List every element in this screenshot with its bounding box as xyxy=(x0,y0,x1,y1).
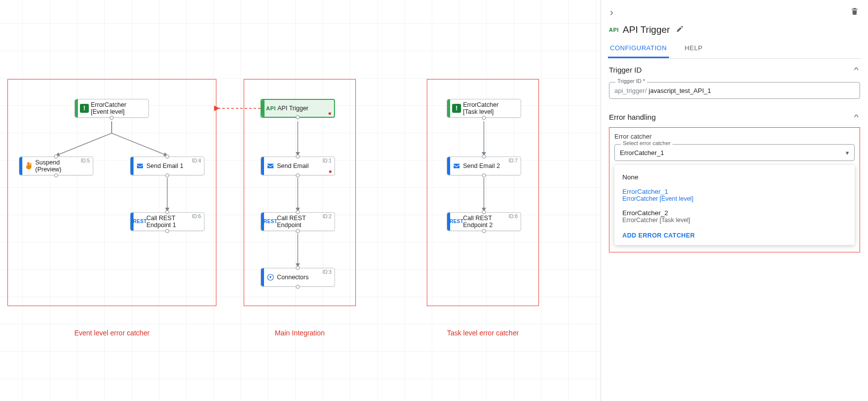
trash-icon xyxy=(850,8,859,18)
node-id: ID:7 xyxy=(509,158,518,164)
node-id: ID:6 xyxy=(192,214,201,220)
node-connectors[interactable]: Connectors ID:3 xyxy=(261,268,335,287)
properties-panel: › API API Trigger CONFIGURATION HELP Tri… xyxy=(601,0,868,401)
caption-task-level: Task level error catcher xyxy=(427,329,539,337)
error-catcher-dropdown: None ErrorCatcher_1 ErrorCatcher [Event … xyxy=(614,165,855,245)
node-call-rest-2[interactable]: REST Call RESTEndpoint 2 ID:8 xyxy=(447,212,521,231)
option-subtitle: ErrorCatcher [Task level] xyxy=(622,217,847,224)
rest-icon: REST xyxy=(133,219,147,225)
api-icon: API xyxy=(266,105,276,112)
select-value: ErrorCatcher_1 xyxy=(620,149,664,157)
node-send-email-1[interactable]: Send Email 1 ID:4 xyxy=(130,157,204,175)
node-call-rest-1[interactable]: REST Call RESTEndpoint 1 ID:6 xyxy=(130,212,204,231)
dropdown-option-none[interactable]: None xyxy=(614,170,855,184)
node-label: API Trigger xyxy=(277,105,330,112)
option-subtitle: ErrorCatcher [Event level] xyxy=(622,195,847,202)
error-catcher-select[interactable]: Select error catcher ErrorCatcher_1 ▾ xyxy=(614,144,855,161)
rest-icon: REST xyxy=(264,219,277,225)
error-catcher-box: Error catcher Select error catcher Error… xyxy=(609,127,860,252)
node-send-email-2[interactable]: Send Email 2 ID:7 xyxy=(447,157,521,175)
dropdown-option-2[interactable]: ErrorCatcher_2 ErrorCatcher [Task level] xyxy=(614,206,855,227)
accordion-heading: Error handling xyxy=(609,113,656,121)
caption-event-level: Event level error catcher xyxy=(7,329,216,337)
field-legend: Trigger ID * xyxy=(615,78,647,84)
chevron-up-icon: ^ xyxy=(854,113,859,121)
accordion-heading: Trigger ID xyxy=(609,66,642,74)
chevron-right-icon: › xyxy=(610,6,613,17)
dropdown-option-1[interactable]: ErrorCatcher_1 ErrorCatcher [Event level… xyxy=(614,184,855,206)
trigger-id-input[interactable] xyxy=(648,86,855,95)
rest-icon: REST xyxy=(450,219,464,225)
warning-dot-icon xyxy=(329,170,332,173)
warning-dot-icon xyxy=(329,112,331,115)
panel-tabs: CONFIGURATION HELP xyxy=(608,39,861,59)
node-send-email[interactable]: Send Email ID:1 xyxy=(261,157,335,175)
node-id: ID:1 xyxy=(323,158,332,164)
error-icon: ! xyxy=(80,104,89,113)
option-title: None xyxy=(622,173,847,181)
error-icon: ! xyxy=(452,104,461,113)
chevron-up-icon: ^ xyxy=(854,66,859,74)
api-icon: API xyxy=(609,27,619,33)
accordion-error-handling[interactable]: Error handling ^ xyxy=(608,106,861,126)
pencil-icon xyxy=(676,25,684,35)
add-error-catcher-button[interactable]: ADD ERROR CATCHER xyxy=(614,227,855,240)
node-label: ErrorCatcher[Task level] xyxy=(463,101,517,116)
node-id: ID:4 xyxy=(192,158,201,164)
select-legend: Select error catcher xyxy=(621,140,672,146)
connectors-icon xyxy=(264,273,277,282)
delete-button[interactable] xyxy=(848,5,861,19)
accordion-trigger-id[interactable]: Trigger ID ^ xyxy=(608,59,861,79)
node-suspend[interactable]: Suspend(Preview) ID:5 xyxy=(19,157,93,175)
node-id: ID:8 xyxy=(509,214,518,220)
dropdown-arrow-icon: ▾ xyxy=(846,149,849,157)
collapse-panel-button[interactable]: › xyxy=(608,5,615,19)
field-prefix: api_trigger/ xyxy=(614,87,647,94)
option-title: ErrorCatcher_1 xyxy=(622,188,847,195)
canvas-area[interactable]: Event level error catcher Main Integrati… xyxy=(0,0,601,401)
error-catcher-label: Error catcher xyxy=(614,133,855,140)
node-error-catcher-event[interactable]: ! ErrorCatcher[Event level] xyxy=(74,99,149,118)
option-title: ErrorCatcher_2 xyxy=(622,209,847,217)
node-id: ID:5 xyxy=(81,158,90,164)
mail-icon xyxy=(134,161,146,170)
tab-configuration[interactable]: CONFIGURATION xyxy=(608,39,669,58)
trigger-id-field[interactable]: Trigger ID * api_trigger/ xyxy=(609,82,860,99)
node-id: ID:2 xyxy=(323,214,332,220)
caption-main-integration: Main Integration xyxy=(244,329,356,337)
node-label: ErrorCatcher[Event level] xyxy=(91,101,144,116)
node-error-catcher-task[interactable]: ! ErrorCatcher[Task level] xyxy=(447,99,521,118)
hand-icon xyxy=(22,161,35,170)
panel-title: API Trigger xyxy=(623,24,670,35)
node-call-rest[interactable]: REST Call RESTEndpoint ID:2 xyxy=(261,212,335,231)
node-id: ID:3 xyxy=(323,269,332,275)
edit-title-button[interactable] xyxy=(674,23,686,36)
tab-help[interactable]: HELP xyxy=(683,39,705,58)
mail-icon xyxy=(264,161,277,170)
node-api-trigger[interactable]: API API Trigger xyxy=(261,99,335,118)
mail-icon xyxy=(450,161,463,170)
